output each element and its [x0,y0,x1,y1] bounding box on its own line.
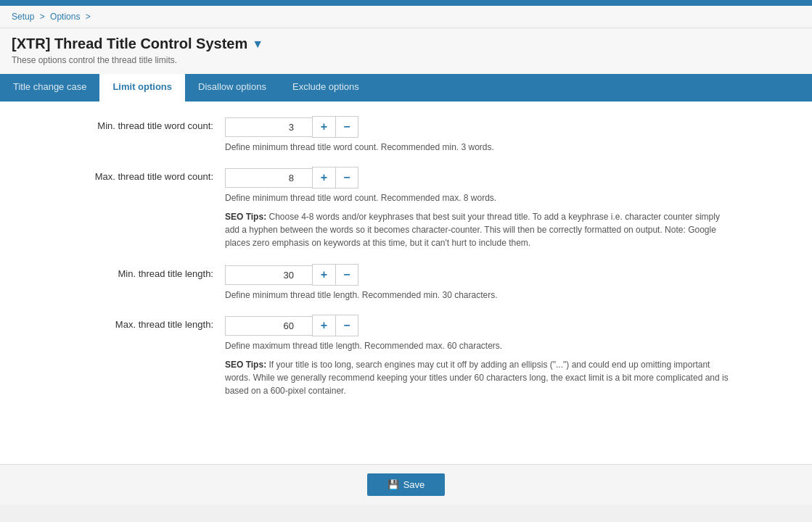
breadcrumb-sep1: > [40,12,45,22]
btn-minus-min-word-count[interactable]: − [335,116,358,138]
title-dropdown-arrow[interactable]: ▼ [252,38,263,51]
tab-disallow-options[interactable]: Disallow options [185,74,279,102]
form-section: Min. thread title word count: + − Define… [0,102,812,426]
main-content: Min. thread title word count: + − Define… [0,102,812,464]
page-subtitle: These options control the thread title l… [12,55,800,71]
save-icon: 💾 [387,479,399,490]
form-row-min-title-length: Min. thread title length: + − Define min… [22,264,790,300]
tabs-bar: Title change case Limit options Disallow… [0,74,812,102]
save-label: Save [403,479,425,490]
control-max-word-count: + − Define minimum thread title word cou… [225,167,790,249]
label-max-word-count: Max. thread title word count: [22,167,225,182]
form-row-min-word-count: Min. thread title word count: + − Define… [22,116,790,152]
control-min-word-count: + − Define minimum thread title word cou… [225,116,790,152]
input-min-word-count[interactable] [225,117,312,137]
input-row-min-title-length: + − [225,264,790,286]
control-max-title-length: + − Define maximum thread title length. … [225,315,790,397]
breadcrumb-options[interactable]: Options [50,12,80,22]
label-min-title-length: Min. thread title length: [22,264,225,279]
footer-bar: 💾 Save [0,464,812,505]
page-header: [XTR] Thread Title Control System ▼ Thes… [0,28,812,74]
breadcrumb-setup[interactable]: Setup [12,12,34,22]
tab-limit-options[interactable]: Limit options [99,74,185,102]
form-row-max-word-count: Max. thread title word count: + − Define… [22,167,790,249]
form-row-max-title-length: Max. thread title length: + − Define max… [22,315,790,397]
input-row-min-word-count: + − [225,116,790,138]
control-min-title-length: + − Define minimum thread title length. … [225,264,790,300]
btn-minus-max-title-length[interactable]: − [335,315,358,336]
breadcrumb: Setup > Options > [0,6,812,28]
btn-minus-min-title-length[interactable]: − [335,264,358,286]
help-max-title-length: Define maximum thread title length. Reco… [225,341,733,351]
input-min-title-length[interactable] [225,265,312,285]
help-max-word-count: Define minimum thread title word count. … [225,193,733,203]
help-min-word-count: Define minimum thread title word count. … [225,142,733,152]
input-max-word-count[interactable] [225,168,312,188]
page-title-text: [XTR] Thread Title Control System [12,36,247,52]
seo-tip-max-title-length: SEO Tips: If your title is too long, sea… [225,358,733,397]
page-title: [XTR] Thread Title Control System ▼ [12,36,800,52]
top-bar [0,0,812,6]
btn-plus-min-word-count[interactable]: + [312,116,335,138]
help-min-title-length: Define minimum thread title length. Reco… [225,290,733,300]
btn-plus-max-title-length[interactable]: + [312,315,335,336]
btn-minus-max-word-count[interactable]: − [335,167,358,188]
seo-tip-max-word-count: SEO Tips: Choose 4-8 words and/or keyphr… [225,210,733,249]
breadcrumb-sep2: > [86,12,91,22]
save-button[interactable]: 💾 Save [367,473,446,496]
label-max-title-length: Max. thread title length: [22,315,225,330]
btn-plus-min-title-length[interactable]: + [312,264,335,286]
input-row-max-title-length: + − [225,315,790,336]
label-min-word-count: Min. thread title word count: [22,116,225,131]
tab-exclude-options[interactable]: Exclude options [279,74,372,102]
input-max-title-length[interactable] [225,316,312,336]
tab-title-change-case[interactable]: Title change case [0,74,99,102]
btn-plus-max-word-count[interactable]: + [312,167,335,188]
input-row-max-word-count: + − [225,167,790,188]
